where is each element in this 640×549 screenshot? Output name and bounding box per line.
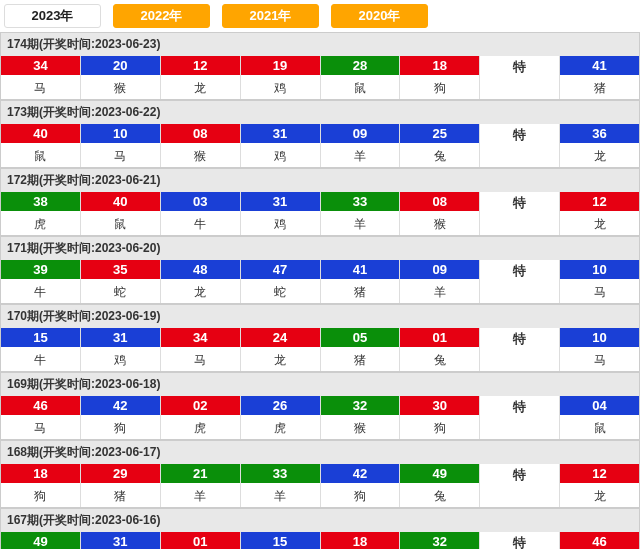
zodiac-cell: 蛇 [81,282,161,303]
ball-number: 25 [400,124,479,143]
zodiac-cell: 马 [1,78,81,99]
zodiac-label [480,418,559,436]
ball-number: 31 [81,532,160,549]
special-label: 特 [480,532,559,549]
ball-number: 28 [321,56,400,75]
ball-cell: 24 [241,328,321,350]
ball-number: 38 [1,192,80,211]
zodiac-cell: 羊 [400,282,480,303]
ball-number: 09 [321,124,400,143]
ball-cell: 42 [321,464,401,486]
ball-cell: 特 [480,124,560,146]
zodiac-label: 猪 [321,350,400,371]
zodiac-label: 猪 [560,78,639,99]
ball-cell: 48 [161,260,241,282]
zodiac-cell: 虎 [241,418,321,439]
ball-cell: 47 [241,260,321,282]
ball-cell: 31 [81,328,161,350]
zodiac-cell: 虎 [1,214,81,235]
ball-cell: 12 [560,192,639,214]
zodiac-cell: 鸡 [81,350,161,371]
ball-cell: 特 [480,532,560,549]
zodiac-cell: 羊 [241,486,321,507]
tab-2023年[interactable]: 2023年 [4,4,101,28]
zodiac-cell: 龙 [161,78,241,99]
zodiac-cell [480,350,560,371]
special-label: 特 [480,396,559,418]
zodiac-label: 羊 [241,486,320,507]
period-block: 168期(开奖时间:2023-06-17)182921334249特12狗猪羊羊… [0,440,640,508]
period-block: 172期(开奖时间:2023-06-21)384003313308特12虎鼠牛鸡… [0,168,640,236]
zodiac-cell [480,418,560,439]
results-list: 174期(开奖时间:2023-06-23)342012192818特41马猴龙鸡… [0,32,640,549]
period-block: 170期(开奖时间:2023-06-19)153134240501特10牛鸡马龙… [0,304,640,372]
ball-cell: 41 [560,56,639,78]
ball-number: 32 [400,532,479,549]
zodiac-label: 虎 [241,418,320,439]
ball-cell: 31 [81,532,161,549]
ball-cell: 01 [400,328,480,350]
ball-number: 08 [161,124,240,143]
ball-number: 10 [81,124,160,143]
zodiac-label: 鼠 [321,78,400,99]
ball-cell: 05 [321,328,401,350]
period-block: 173期(开奖时间:2023-06-22)401008310925特36鼠马猴鸡… [0,100,640,168]
zodiac-cell: 狗 [1,486,81,507]
zodiac-cell: 鼠 [560,418,639,439]
ball-cell: 19 [241,56,321,78]
zodiac-label: 兔 [400,350,479,371]
zodiac-label: 狗 [81,418,160,439]
ball-number: 49 [400,464,479,483]
ball-cell: 21 [161,464,241,486]
tab-2022年[interactable]: 2022年 [113,4,210,28]
period-header: 168期(开奖时间:2023-06-17) [1,441,639,464]
zodiac-label: 龙 [560,214,639,235]
zodiac-cell: 马 [560,282,639,303]
zodiac-cell: 牛 [1,282,81,303]
ball-cell: 09 [400,260,480,282]
zodiac-cell: 牛 [161,214,241,235]
ball-cell: 15 [1,328,81,350]
ball-cell: 01 [161,532,241,549]
special-label: 特 [480,464,559,486]
ball-number: 31 [241,192,320,211]
ball-number: 31 [81,328,160,347]
ball-number: 05 [321,328,400,347]
ball-number: 24 [241,328,320,347]
ball-number: 31 [241,124,320,143]
zodiac-cell [480,282,560,303]
special-label: 特 [480,56,559,78]
ball-number: 01 [161,532,240,549]
ball-number: 18 [400,56,479,75]
zodiac-cell: 马 [161,350,241,371]
zodiac-label: 羊 [161,486,240,507]
ball-number: 15 [241,532,320,549]
ball-cell: 40 [81,192,161,214]
zodiac-cell: 龙 [161,282,241,303]
zodiac-label: 马 [1,418,80,439]
ball-number: 49 [1,532,80,549]
tab-2020年[interactable]: 2020年 [331,4,428,28]
ball-cell: 25 [400,124,480,146]
ball-cell: 31 [241,192,321,214]
special-label: 特 [480,124,559,146]
zodiac-cell: 猪 [321,350,401,371]
period-block: 167期(开奖时间:2023-06-16)493101151832特46兔鸡兔牛… [0,508,640,549]
zodiac-label: 龙 [161,282,240,303]
ball-number: 34 [161,328,240,347]
zodiac-label: 猪 [81,486,160,507]
zodiac-cell: 猴 [400,214,480,235]
zodiac-label: 蛇 [81,282,160,303]
zodiac-cell: 龙 [560,214,639,235]
ball-number: 18 [321,532,400,549]
ball-number: 40 [81,192,160,211]
ball-cell: 26 [241,396,321,418]
ball-number: 01 [400,328,479,347]
ball-cell: 33 [321,192,401,214]
tab-2021年[interactable]: 2021年 [222,4,319,28]
ball-cell: 03 [161,192,241,214]
ball-number: 12 [560,464,639,483]
zodiac-cell: 鼠 [1,146,81,167]
ball-cell: 41 [321,260,401,282]
ball-number: 20 [81,56,160,75]
